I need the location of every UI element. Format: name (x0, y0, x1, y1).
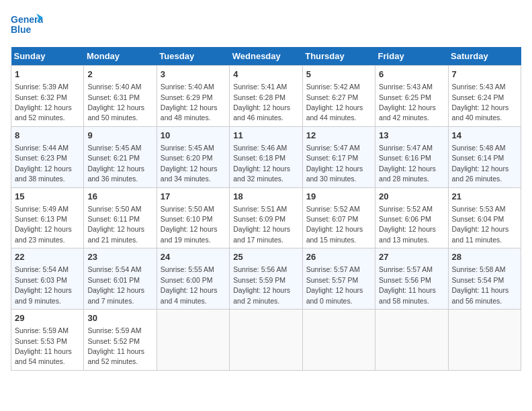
calendar-cell: 20Sunrise: 5:52 AMSunset: 6:06 PMDayligh… (375, 187, 448, 248)
page-header: General Blue (11, 11, 521, 39)
day-number: 1 (15, 68, 80, 81)
day-info: Sunrise: 5:41 AMSunset: 6:28 PMDaylight:… (233, 83, 290, 122)
calendar-cell: 25Sunrise: 5:56 AMSunset: 5:59 PMDayligh… (230, 248, 302, 310)
calendar-cell: 18Sunrise: 5:51 AMSunset: 6:09 PMDayligh… (230, 187, 302, 248)
day-number: 5 (306, 68, 371, 81)
day-info: Sunrise: 5:58 AMSunset: 5:54 PMDaylight:… (452, 265, 509, 304)
day-number: 28 (452, 251, 517, 263)
day-info: Sunrise: 5:40 AMSunset: 6:29 PMDaylight:… (161, 83, 218, 122)
calendar-cell: 22Sunrise: 5:54 AMSunset: 6:03 PMDayligh… (11, 248, 84, 310)
weekday-header-row: SundayMondayTuesdayWednesdayThursdayFrid… (11, 47, 521, 66)
day-number: 18 (233, 191, 298, 203)
day-number: 15 (15, 191, 80, 203)
day-info: Sunrise: 5:59 AMSunset: 5:52 PMDaylight:… (87, 326, 144, 365)
day-number: 30 (87, 312, 152, 324)
day-number: 17 (161, 191, 226, 203)
calendar-cell: 4Sunrise: 5:41 AMSunset: 6:28 PMDaylight… (230, 66, 302, 127)
day-info: Sunrise: 5:45 AMSunset: 6:20 PMDaylight:… (161, 144, 218, 183)
day-info: Sunrise: 5:48 AMSunset: 6:14 PMDaylight:… (452, 144, 509, 183)
day-number: 7 (452, 68, 517, 81)
calendar-cell (230, 310, 302, 371)
day-number: 26 (306, 251, 371, 263)
day-number: 24 (161, 251, 226, 263)
day-info: Sunrise: 5:45 AMSunset: 6:21 PMDaylight:… (87, 144, 144, 183)
calendar-cell (448, 310, 521, 371)
calendar-cell (375, 310, 448, 371)
calendar-cell: 3Sunrise: 5:40 AMSunset: 6:29 PMDaylight… (157, 66, 229, 127)
day-info: Sunrise: 5:39 AMSunset: 6:32 PMDaylight:… (15, 83, 72, 122)
calendar-cell: 13Sunrise: 5:47 AMSunset: 6:16 PMDayligh… (375, 126, 448, 187)
calendar-cell: 23Sunrise: 5:54 AMSunset: 6:01 PMDayligh… (84, 248, 157, 310)
calendar-cell: 28Sunrise: 5:58 AMSunset: 5:54 PMDayligh… (448, 248, 521, 310)
calendar-cell: 15Sunrise: 5:49 AMSunset: 6:13 PMDayligh… (11, 187, 84, 248)
svg-text:Blue: Blue (11, 24, 32, 35)
day-number: 12 (306, 130, 371, 142)
calendar-cell: 7Sunrise: 5:43 AMSunset: 6:24 PMDaylight… (448, 66, 521, 127)
calendar-week-2: 8Sunrise: 5:44 AMSunset: 6:23 PMDaylight… (11, 126, 521, 187)
day-number: 23 (87, 251, 152, 263)
calendar-cell: 21Sunrise: 5:53 AMSunset: 6:04 PMDayligh… (448, 187, 521, 248)
day-number: 29 (15, 312, 80, 324)
calendar-cell: 14Sunrise: 5:48 AMSunset: 6:14 PMDayligh… (448, 126, 521, 187)
calendar-cell: 12Sunrise: 5:47 AMSunset: 6:17 PMDayligh… (302, 126, 375, 187)
weekday-header-sunday: Sunday (11, 47, 84, 66)
day-info: Sunrise: 5:43 AMSunset: 6:24 PMDaylight:… (452, 83, 509, 122)
day-number: 6 (379, 68, 444, 81)
day-number: 11 (233, 130, 298, 142)
calendar-cell: 24Sunrise: 5:55 AMSunset: 6:00 PMDayligh… (157, 248, 229, 310)
calendar-cell: 8Sunrise: 5:44 AMSunset: 6:23 PMDaylight… (11, 126, 84, 187)
logo: General Blue (11, 11, 43, 39)
calendar-cell: 30Sunrise: 5:59 AMSunset: 5:52 PMDayligh… (84, 310, 157, 371)
day-info: Sunrise: 5:59 AMSunset: 5:53 PMDaylight:… (15, 326, 72, 365)
calendar-cell: 6Sunrise: 5:43 AMSunset: 6:25 PMDaylight… (375, 66, 448, 127)
day-number: 21 (452, 191, 517, 203)
day-number: 9 (87, 130, 152, 142)
day-number: 4 (233, 68, 298, 81)
day-number: 13 (379, 130, 444, 142)
day-info: Sunrise: 5:52 AMSunset: 6:07 PMDaylight:… (306, 205, 363, 244)
day-info: Sunrise: 5:56 AMSunset: 5:59 PMDaylight:… (233, 265, 290, 304)
weekday-header-monday: Monday (84, 47, 157, 66)
day-number: 3 (161, 68, 226, 81)
day-number: 14 (452, 130, 517, 142)
day-info: Sunrise: 5:53 AMSunset: 6:04 PMDaylight:… (452, 205, 509, 244)
day-number: 27 (379, 251, 444, 263)
weekday-header-saturday: Saturday (448, 47, 521, 66)
day-number: 2 (87, 68, 152, 81)
calendar-week-4: 22Sunrise: 5:54 AMSunset: 6:03 PMDayligh… (11, 248, 521, 310)
day-number: 25 (233, 251, 298, 263)
day-info: Sunrise: 5:50 AMSunset: 6:10 PMDaylight:… (161, 205, 218, 244)
day-info: Sunrise: 5:42 AMSunset: 6:27 PMDaylight:… (306, 83, 363, 122)
calendar-cell: 26Sunrise: 5:57 AMSunset: 5:57 PMDayligh… (302, 248, 375, 310)
logo-bird-icon: General Blue (11, 11, 43, 39)
calendar-cell: 1Sunrise: 5:39 AMSunset: 6:32 PMDaylight… (11, 66, 84, 127)
calendar-week-1: 1Sunrise: 5:39 AMSunset: 6:32 PMDaylight… (11, 66, 521, 127)
calendar-week-3: 15Sunrise: 5:49 AMSunset: 6:13 PMDayligh… (11, 187, 521, 248)
calendar-cell: 17Sunrise: 5:50 AMSunset: 6:10 PMDayligh… (157, 187, 229, 248)
day-info: Sunrise: 5:47 AMSunset: 6:16 PMDaylight:… (379, 144, 436, 183)
day-info: Sunrise: 5:54 AMSunset: 6:01 PMDaylight:… (87, 265, 144, 304)
day-info: Sunrise: 5:55 AMSunset: 6:00 PMDaylight:… (161, 265, 218, 304)
calendar-cell: 2Sunrise: 5:40 AMSunset: 6:31 PMDaylight… (84, 66, 157, 127)
calendar-cell: 9Sunrise: 5:45 AMSunset: 6:21 PMDaylight… (84, 126, 157, 187)
calendar-cell: 10Sunrise: 5:45 AMSunset: 6:20 PMDayligh… (157, 126, 229, 187)
weekday-header-friday: Friday (375, 47, 448, 66)
calendar-cell: 5Sunrise: 5:42 AMSunset: 6:27 PMDaylight… (302, 66, 375, 127)
weekday-header-wednesday: Wednesday (230, 47, 302, 66)
day-info: Sunrise: 5:50 AMSunset: 6:11 PMDaylight:… (87, 205, 144, 244)
day-info: Sunrise: 5:40 AMSunset: 6:31 PMDaylight:… (87, 83, 144, 122)
calendar-cell: 19Sunrise: 5:52 AMSunset: 6:07 PMDayligh… (302, 187, 375, 248)
day-info: Sunrise: 5:52 AMSunset: 6:06 PMDaylight:… (379, 205, 436, 244)
day-number: 20 (379, 191, 444, 203)
calendar-cell (302, 310, 375, 371)
weekday-header-thursday: Thursday (302, 47, 375, 66)
calendar-cell (157, 310, 229, 371)
day-info: Sunrise: 5:51 AMSunset: 6:09 PMDaylight:… (233, 205, 290, 244)
day-info: Sunrise: 5:57 AMSunset: 5:56 PMDaylight:… (379, 265, 436, 304)
calendar-cell: 29Sunrise: 5:59 AMSunset: 5:53 PMDayligh… (11, 310, 84, 371)
calendar-cell: 11Sunrise: 5:46 AMSunset: 6:18 PMDayligh… (230, 126, 302, 187)
day-info: Sunrise: 5:46 AMSunset: 6:18 PMDaylight:… (233, 144, 290, 183)
calendar-week-5: 29Sunrise: 5:59 AMSunset: 5:53 PMDayligh… (11, 310, 521, 371)
day-number: 8 (15, 130, 80, 142)
day-info: Sunrise: 5:47 AMSunset: 6:17 PMDaylight:… (306, 144, 363, 183)
